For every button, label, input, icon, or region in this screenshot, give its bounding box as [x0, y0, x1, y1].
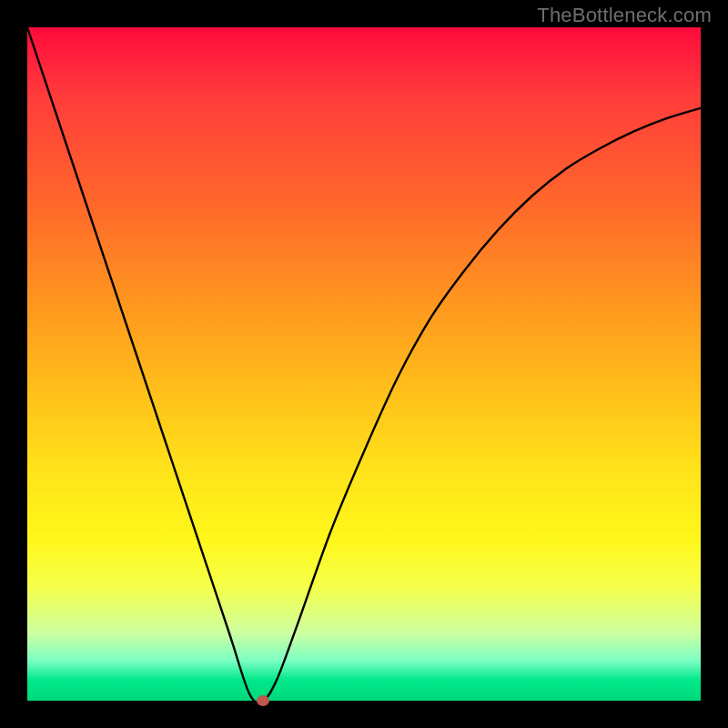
plot-area: [27, 27, 701, 701]
watermark-text: TheBottleneck.com: [537, 4, 712, 27]
chart-frame: TheBottleneck.com: [0, 0, 728, 728]
bottleneck-curve: [27, 27, 701, 701]
optimal-point-marker: [257, 695, 269, 706]
